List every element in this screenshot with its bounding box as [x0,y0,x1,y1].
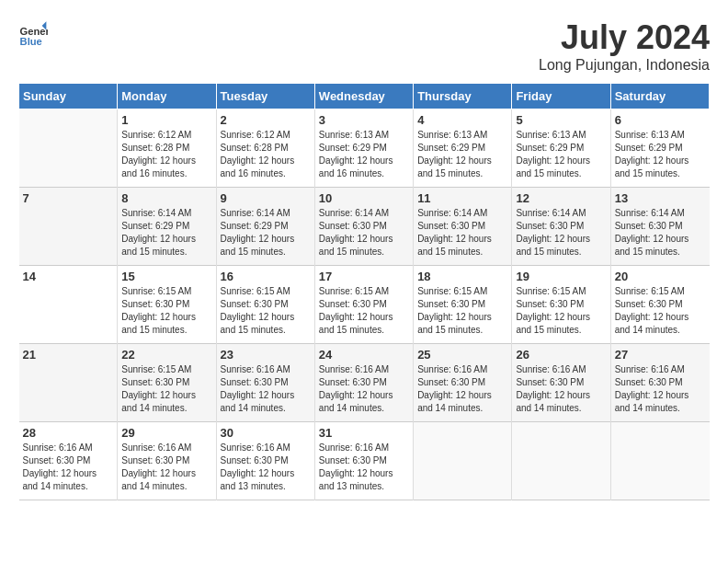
calendar-cell [512,422,610,500]
day-header-tuesday: Tuesday [216,84,314,109]
day-info: Sunrise: 6:13 AM Sunset: 6:29 PM Dayligh… [417,129,507,180]
day-number: 23 [221,348,311,362]
calendar-cell: 10Sunrise: 6:14 AM Sunset: 6:30 PM Dayli… [314,188,413,266]
day-number: 4 [417,113,507,127]
day-info: Sunrise: 6:15 AM Sunset: 6:30 PM Dayligh… [121,285,211,337]
logo: General Blue [18,18,48,48]
day-info: Sunrise: 6:15 AM Sunset: 6:30 PM Dayligh… [121,363,211,415]
day-info: Sunrise: 6:14 AM Sunset: 6:30 PM Dayligh… [615,207,706,259]
day-number: 14 [23,270,114,283]
calendar-cell: 20Sunrise: 6:15 AM Sunset: 6:30 PM Dayli… [610,266,709,344]
day-header-monday: Monday [118,84,216,109]
day-number: 6 [615,113,706,127]
calendar-week-row: 78Sunrise: 6:14 AM Sunset: 6:29 PM Dayli… [19,188,710,266]
day-number: 16 [221,270,311,283]
calendar-cell: 17Sunrise: 6:15 AM Sunset: 6:30 PM Dayli… [314,266,413,344]
day-info: Sunrise: 6:16 AM Sunset: 6:30 PM Dayligh… [319,442,409,493]
day-header-sunday: Sunday [19,84,118,109]
calendar-cell: 23Sunrise: 6:16 AM Sunset: 6:30 PM Dayli… [216,344,314,422]
day-header-saturday: Saturday [610,84,709,109]
logo-icon: General Blue [18,18,48,48]
calendar-cell: 6Sunrise: 6:13 AM Sunset: 6:29 PM Daylig… [610,109,709,188]
calendar-cell [610,422,709,500]
calendar-cell: 30Sunrise: 6:16 AM Sunset: 6:30 PM Dayli… [216,422,314,500]
day-info: Sunrise: 6:16 AM Sunset: 6:30 PM Dayligh… [615,363,706,415]
day-info: Sunrise: 6:13 AM Sunset: 6:29 PM Dayligh… [319,129,409,180]
day-number: 21 [23,348,114,362]
day-info: Sunrise: 6:14 AM Sunset: 6:30 PM Dayligh… [319,207,409,259]
calendar-cell: 3Sunrise: 6:13 AM Sunset: 6:29 PM Daylig… [314,109,413,188]
month-title: July 2024 [539,18,710,57]
day-number: 15 [121,270,211,283]
calendar-header-row: SundayMondayTuesdayWednesdayThursdayFrid… [19,84,710,109]
day-number: 24 [319,348,409,362]
day-info: Sunrise: 6:14 AM Sunset: 6:29 PM Dayligh… [121,207,211,259]
day-info: Sunrise: 6:14 AM Sunset: 6:29 PM Dayligh… [221,207,311,259]
location: Long Pujungan, Indonesia [539,57,710,74]
calendar-week-row: 28Sunrise: 6:16 AM Sunset: 6:30 PM Dayli… [19,422,710,500]
calendar-week-row: 1Sunrise: 6:12 AM Sunset: 6:28 PM Daylig… [19,109,710,188]
day-info: Sunrise: 6:15 AM Sunset: 6:30 PM Dayligh… [417,285,507,337]
day-number: 3 [319,113,409,127]
calendar-cell: 5Sunrise: 6:13 AM Sunset: 6:29 PM Daylig… [512,109,610,188]
calendar-table: SundayMondayTuesdayWednesdayThursdayFrid… [18,83,710,500]
day-number: 1 [121,113,211,127]
day-number: 7 [23,191,114,205]
calendar-cell: 8Sunrise: 6:14 AM Sunset: 6:29 PM Daylig… [118,188,216,266]
day-info: Sunrise: 6:16 AM Sunset: 6:30 PM Dayligh… [516,363,606,415]
calendar-cell [414,422,512,500]
day-number: 13 [615,191,706,205]
calendar-cell: 1Sunrise: 6:12 AM Sunset: 6:28 PM Daylig… [118,109,216,188]
day-number: 29 [121,426,211,440]
day-info: Sunrise: 6:15 AM Sunset: 6:30 PM Dayligh… [221,285,311,337]
day-number: 9 [221,191,311,205]
calendar-cell: 12Sunrise: 6:14 AM Sunset: 6:30 PM Dayli… [512,188,610,266]
day-info: Sunrise: 6:12 AM Sunset: 6:28 PM Dayligh… [221,129,311,180]
day-number: 30 [221,426,311,440]
day-number: 10 [319,191,409,205]
calendar-week-row: 1415Sunrise: 6:15 AM Sunset: 6:30 PM Day… [19,266,710,344]
calendar-cell: 19Sunrise: 6:15 AM Sunset: 6:30 PM Dayli… [512,266,610,344]
day-header-wednesday: Wednesday [314,84,413,109]
day-number: 5 [516,113,606,127]
day-info: Sunrise: 6:16 AM Sunset: 6:30 PM Dayligh… [221,363,311,415]
calendar-cell: 13Sunrise: 6:14 AM Sunset: 6:30 PM Dayli… [610,188,709,266]
page-header: General Blue July 2024 Long Pujungan, In… [18,18,710,74]
calendar-cell: 11Sunrise: 6:14 AM Sunset: 6:30 PM Dayli… [414,188,512,266]
calendar-cell: 7 [19,188,118,266]
calendar-cell: 14 [19,266,118,344]
title-block: July 2024 Long Pujungan, Indonesia [539,18,710,74]
day-info: Sunrise: 6:15 AM Sunset: 6:30 PM Dayligh… [516,285,606,337]
calendar-cell: 15Sunrise: 6:15 AM Sunset: 6:30 PM Dayli… [118,266,216,344]
day-info: Sunrise: 6:16 AM Sunset: 6:30 PM Dayligh… [121,442,211,493]
day-number: 11 [417,191,507,205]
day-info: Sunrise: 6:16 AM Sunset: 6:30 PM Dayligh… [221,442,311,493]
day-info: Sunrise: 6:14 AM Sunset: 6:30 PM Dayligh… [417,207,507,259]
day-number: 12 [516,191,606,205]
day-number: 28 [23,426,114,440]
day-info: Sunrise: 6:15 AM Sunset: 6:30 PM Dayligh… [319,285,409,337]
day-info: Sunrise: 6:16 AM Sunset: 6:30 PM Dayligh… [319,363,409,415]
svg-text:Blue: Blue [20,36,42,47]
day-info: Sunrise: 6:15 AM Sunset: 6:30 PM Dayligh… [615,285,706,337]
day-info: Sunrise: 6:12 AM Sunset: 6:28 PM Dayligh… [121,129,211,180]
calendar-cell [19,109,118,188]
day-number: 25 [417,348,507,362]
calendar-body: 1Sunrise: 6:12 AM Sunset: 6:28 PM Daylig… [19,109,710,500]
day-number: 22 [121,348,211,362]
day-number: 26 [516,348,606,362]
day-number: 19 [516,270,606,283]
calendar-week-row: 2122Sunrise: 6:15 AM Sunset: 6:30 PM Day… [19,344,710,422]
calendar-cell: 22Sunrise: 6:15 AM Sunset: 6:30 PM Dayli… [118,344,216,422]
calendar-cell: 9Sunrise: 6:14 AM Sunset: 6:29 PM Daylig… [216,188,314,266]
calendar-cell: 25Sunrise: 6:16 AM Sunset: 6:30 PM Dayli… [414,344,512,422]
calendar-cell: 16Sunrise: 6:15 AM Sunset: 6:30 PM Dayli… [216,266,314,344]
calendar-cell: 18Sunrise: 6:15 AM Sunset: 6:30 PM Dayli… [414,266,512,344]
day-header-thursday: Thursday [414,84,512,109]
day-info: Sunrise: 6:14 AM Sunset: 6:30 PM Dayligh… [516,207,606,259]
calendar-cell: 28Sunrise: 6:16 AM Sunset: 6:30 PM Dayli… [19,422,118,500]
day-info: Sunrise: 6:13 AM Sunset: 6:29 PM Dayligh… [615,129,706,180]
calendar-cell: 27Sunrise: 6:16 AM Sunset: 6:30 PM Dayli… [610,344,709,422]
day-number: 8 [121,191,211,205]
day-number: 2 [221,113,311,127]
